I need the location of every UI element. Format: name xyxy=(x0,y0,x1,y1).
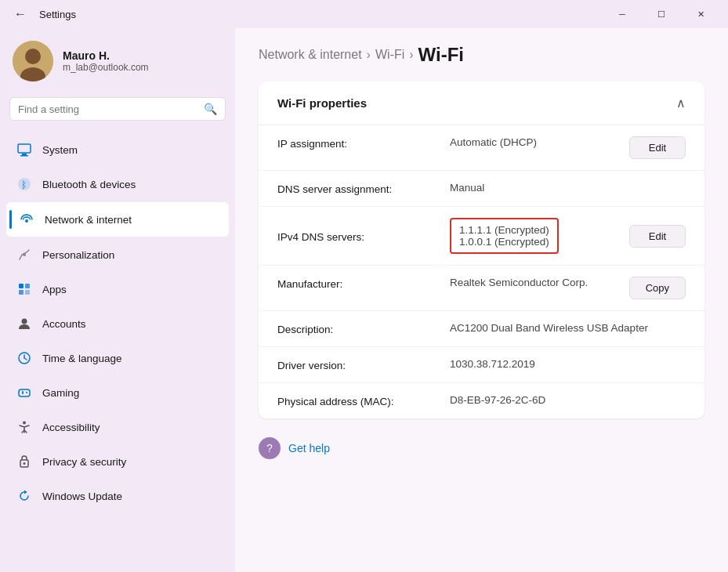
user-email: m_lab@outlook.com xyxy=(63,62,149,73)
gaming-icon xyxy=(16,384,33,401)
sidebar-item-network-label: Network & internet xyxy=(45,214,132,226)
app-title: Settings xyxy=(39,9,76,20)
sidebar-item-accessibility[interactable]: Accessibility xyxy=(6,411,229,443)
accessibility-icon xyxy=(16,418,33,436)
user-profile[interactable]: Mauro H. m_lab@outlook.com xyxy=(6,28,229,97)
nav-list: System ᛒ Bluetooth & devices Network & i… xyxy=(6,133,229,514)
sidebar-item-privacy[interactable]: Privacy & security xyxy=(6,445,229,478)
breadcrumb-part2: Wi-Fi xyxy=(375,48,404,62)
ipv4-dns-row: IPv4 DNS servers: 1.1.1.1 (Encrypted) 1.… xyxy=(259,207,704,266)
mac-address-label: Physical address (MAC): xyxy=(277,394,434,407)
breadcrumb: Network & internet › Wi-Fi › Wi-Fi xyxy=(259,44,704,66)
svg-rect-3 xyxy=(18,144,31,153)
ipv4-highlight-box: 1.1.1.1 (Encrypted) 1.0.0.1 (Encrypted) xyxy=(450,218,559,254)
svg-point-8 xyxy=(25,219,28,223)
sidebar-item-time[interactable]: Time & language xyxy=(6,342,229,375)
title-bar-left: ← Settings xyxy=(9,5,76,23)
manufacturer-value: Realtek Semiconductor Corp. xyxy=(450,277,614,288)
page-title: Wi-Fi xyxy=(418,44,464,66)
system-icon xyxy=(16,141,33,158)
breadcrumb-part1: Network & internet xyxy=(259,48,362,62)
sidebar-item-bluetooth[interactable]: ᛒ Bluetooth & devices xyxy=(6,168,229,201)
svg-rect-10 xyxy=(19,284,24,288)
sidebar-item-bluetooth-label: Bluetooth & devices xyxy=(42,179,136,190)
mac-address-row: Physical address (MAC): D8-EB-97-26-2C-6… xyxy=(259,383,704,418)
svg-rect-4 xyxy=(22,154,27,155)
update-icon xyxy=(16,487,33,505)
maximize-button[interactable]: ☐ xyxy=(643,3,679,25)
sidebar-item-update-label: Windows Update xyxy=(42,491,122,502)
ip-assignment-row: IP assignment: Automatic (DHCP) Edit xyxy=(259,125,704,171)
driver-version-label: Driver version: xyxy=(277,358,434,371)
sidebar-item-accessibility-label: Accessibility xyxy=(42,422,100,433)
main-content: Network & internet › Wi-Fi › Wi-Fi Wi-Fi… xyxy=(235,28,728,572)
ip-assignment-edit-button[interactable]: Edit xyxy=(629,136,686,159)
ipv4-dns-edit-button[interactable]: Edit xyxy=(629,225,686,248)
ipv4-dns-value: 1.1.1.1 (Encrypted) 1.0.0.1 (Encrypted) xyxy=(450,218,614,254)
ipv4-dns-label: IPv4 DNS servers: xyxy=(277,230,434,243)
svg-rect-12 xyxy=(19,290,24,295)
ipv4-dns-value2: 1.0.0.1 (Encrypted) xyxy=(459,236,549,248)
get-help-link[interactable]: Get help xyxy=(288,442,330,454)
sidebar-item-gaming-label: Gaming xyxy=(42,387,79,399)
privacy-icon xyxy=(16,453,33,470)
sidebar-item-accounts-label: Accounts xyxy=(42,318,86,330)
svg-rect-11 xyxy=(25,284,30,288)
breadcrumb-sep2: › xyxy=(409,48,413,62)
mac-address-value: D8-EB-97-26-2C-6D xyxy=(450,394,686,406)
user-info: Mauro H. m_lab@outlook.com xyxy=(63,49,149,73)
sidebar-item-personalization[interactable]: Personalization xyxy=(6,238,229,271)
svg-point-14 xyxy=(22,319,27,324)
properties-card: Wi-Fi properties ∧ IP assignment: Automa… xyxy=(259,81,704,418)
search-input[interactable] xyxy=(18,103,197,115)
app-body: Mauro H. m_lab@outlook.com 🔍 System ᛒ Bl… xyxy=(0,28,728,572)
avatar xyxy=(13,41,53,81)
minimize-button[interactable]: ─ xyxy=(604,3,640,25)
personalization-icon xyxy=(16,246,33,263)
sidebar: Mauro H. m_lab@outlook.com 🔍 System ᛒ Bl… xyxy=(0,28,235,572)
sidebar-item-system-label: System xyxy=(42,144,78,156)
sidebar-item-update[interactable]: Windows Update xyxy=(6,480,229,512)
user-name: Mauro H. xyxy=(63,49,149,62)
description-row: Description: AC1200 Dual Band Wireless U… xyxy=(259,311,704,347)
svg-point-9 xyxy=(23,253,26,256)
get-help-icon: ? xyxy=(259,437,281,459)
window-controls: ─ ☐ ✕ xyxy=(604,3,719,25)
dns-assignment-value: Manual xyxy=(450,182,686,194)
svg-point-1 xyxy=(25,49,41,64)
sidebar-item-gaming[interactable]: Gaming xyxy=(6,376,229,409)
search-box[interactable]: 🔍 xyxy=(9,97,226,121)
sidebar-item-privacy-label: Privacy & security xyxy=(42,456,126,468)
svg-rect-5 xyxy=(20,155,28,157)
svg-text:ᛒ: ᛒ xyxy=(21,179,27,190)
get-help-section: ? Get help xyxy=(259,434,704,462)
description-label: Description: xyxy=(277,322,434,335)
sidebar-item-time-label: Time & language xyxy=(42,353,122,364)
sidebar-item-apps[interactable]: Apps xyxy=(6,273,229,306)
card-title: Wi-Fi properties xyxy=(277,96,367,110)
back-button[interactable]: ← xyxy=(9,5,31,23)
ipv4-dns-value1: 1.1.1.1 (Encrypted) xyxy=(459,224,549,236)
breadcrumb-sep1: › xyxy=(367,48,371,62)
driver-version-row: Driver version: 1030.38.712.2019 xyxy=(259,347,704,383)
manufacturer-action: Copy xyxy=(629,277,686,299)
sidebar-item-system[interactable]: System xyxy=(6,133,229,166)
search-icon: 🔍 xyxy=(204,103,217,115)
collapse-button[interactable]: ∧ xyxy=(676,96,686,110)
svg-line-17 xyxy=(24,358,27,360)
sidebar-item-accounts[interactable]: Accounts xyxy=(6,307,229,340)
manufacturer-row: Manufacturer: Realtek Semiconductor Corp… xyxy=(259,266,704,311)
dns-assignment-row: DNS server assignment: Manual xyxy=(259,171,704,207)
ip-assignment-label: IP assignment: xyxy=(277,136,434,150)
ip-assignment-action: Edit xyxy=(629,136,686,159)
accounts-icon xyxy=(16,315,33,332)
close-button[interactable]: ✕ xyxy=(683,3,719,25)
active-indicator xyxy=(9,210,12,229)
sidebar-item-network[interactable]: Network & internet xyxy=(6,202,229,237)
copy-button[interactable]: Copy xyxy=(629,277,686,299)
svg-rect-18 xyxy=(19,389,30,396)
sidebar-item-personalization-label: Personalization xyxy=(42,249,114,261)
network-icon xyxy=(18,211,35,228)
svg-point-25 xyxy=(24,462,26,465)
ip-assignment-value: Automatic (DHCP) xyxy=(450,136,614,148)
